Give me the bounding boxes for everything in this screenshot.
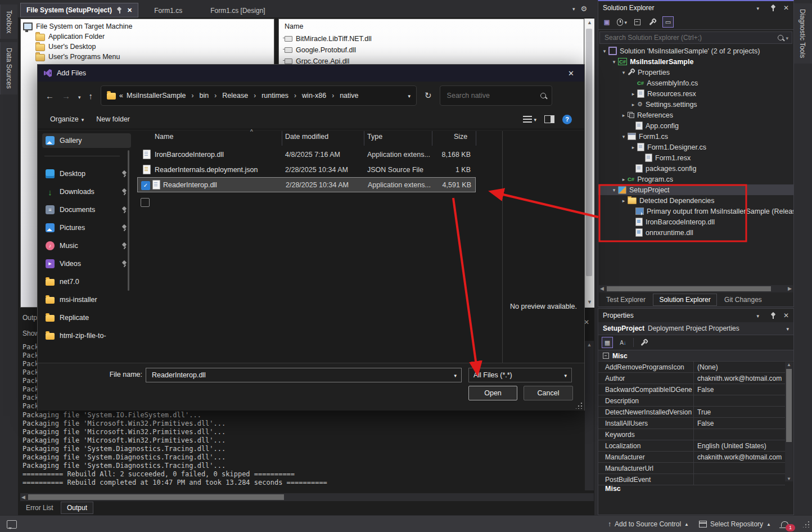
- selected-checkbox[interactable]: [141, 181, 150, 190]
- tree-node-app-config[interactable]: App.config: [598, 120, 793, 131]
- property-row[interactable]: LocalizationEnglish (United States): [598, 440, 785, 452]
- close-icon[interactable]: [783, 312, 789, 319]
- expander-icon[interactable]: [620, 198, 628, 204]
- breadcrumb-segment[interactable]: win-x86: [302, 92, 326, 100]
- file-row-ironbarcodeinterop[interactable]: IronBarcodeInterop.dll 4/8/2025 7:16 AM …: [137, 147, 476, 162]
- scrollbar-thumb[interactable]: [586, 29, 592, 276]
- properties-icon[interactable]: [647, 17, 657, 27]
- tree-node-detected-dependencies[interactable]: Detected Dependencies: [598, 195, 793, 206]
- column-divider[interactable]: [282, 131, 282, 146]
- tab-error-list[interactable]: Error List: [20, 502, 59, 513]
- tree-node-form1-designer[interactable]: Form1.Designer.cs: [598, 142, 793, 152]
- tab-test-explorer[interactable]: Test Explorer: [601, 294, 651, 305]
- expander-icon[interactable]: [610, 187, 618, 193]
- tree-node-project-msinstallersample[interactable]: C#MsiInstallerSample: [598, 56, 793, 67]
- column-header-date-modified[interactable]: Date modified: [285, 133, 328, 141]
- breadcrumb-segment[interactable]: native: [340, 92, 358, 100]
- refresh-icon[interactable]: [425, 91, 432, 101]
- breadcrumb-segment[interactable]: MsiInstallerSample: [127, 92, 186, 100]
- column-divider[interactable]: [364, 131, 364, 146]
- new-folder-button[interactable]: New folder: [96, 115, 130, 123]
- expander-icon[interactable]: [620, 112, 628, 118]
- property-row[interactable]: PostBuildEvent: [598, 474, 785, 485]
- feedback-icon[interactable]: [7, 520, 17, 529]
- diagnostic-tools-vertical-tab[interactable]: Diagnostic Tools: [794, 3, 811, 64]
- close-icon[interactable]: [783, 4, 789, 12]
- scroll-up-icon[interactable]: ▲: [585, 341, 594, 349]
- switch-views-icon[interactable]: ▣: [602, 17, 612, 27]
- tab-form1-cs[interactable]: Form1.cs: [148, 4, 188, 17]
- categorized-view-icon[interactable]: ▦: [602, 337, 613, 348]
- scroll-left-icon[interactable]: ◀: [600, 285, 604, 292]
- dialog-title-bar[interactable]: Add Files: [38, 65, 584, 82]
- tab-list-chevron-icon[interactable]: [572, 4, 575, 13]
- solution-explorer-title-bar[interactable]: Solution Explorer: [598, 1, 793, 15]
- preview-pane-toggle-icon[interactable]: [544, 115, 554, 123]
- search-options-chevron-icon[interactable]: [786, 34, 788, 42]
- sidebar-item-msi-installer[interactable]: msi-installer: [46, 294, 128, 306]
- node-users-desktop[interactable]: User's Desktop: [23, 42, 274, 52]
- expander-icon[interactable]: [620, 70, 628, 75]
- file-name-input[interactable]: [151, 371, 454, 380]
- column-divider[interactable]: [432, 131, 432, 146]
- tree-node-onnxruntime[interactable]: onnxruntime.dll: [598, 227, 793, 238]
- list-item[interactable]: Google.Protobuf.dll: [285, 45, 584, 55]
- sidebar-item-replicate[interactable]: Replicate: [46, 312, 128, 324]
- property-row[interactable]: BackwardCompatibleIDGeneFalse: [598, 384, 785, 395]
- select-all-checkbox[interactable]: [141, 198, 150, 207]
- file-name-combobox[interactable]: [146, 368, 462, 382]
- notifications-button[interactable]: 1: [781, 521, 788, 527]
- search-input[interactable]: [603, 33, 778, 42]
- open-button[interactable]: Open: [468, 386, 517, 400]
- expander-icon[interactable]: [629, 102, 637, 107]
- up-one-level-icon[interactable]: [89, 91, 93, 101]
- tab-output[interactable]: Output: [61, 502, 93, 514]
- output-horizontal-scrollbar[interactable]: ◀: [20, 493, 594, 501]
- select-repository-button[interactable]: Select Repository ▲: [699, 520, 771, 528]
- scroll-up-icon[interactable]: ▲: [785, 362, 793, 367]
- dialog-close-icon[interactable]: [563, 69, 579, 78]
- close-icon[interactable]: [127, 7, 132, 14]
- column-header-type[interactable]: Type: [367, 133, 382, 141]
- expander-icon[interactable]: [610, 59, 618, 65]
- sidebar-item-videos[interactable]: Videos: [46, 258, 128, 270]
- property-row[interactable]: Keywords: [598, 429, 785, 440]
- file-row-readerinternals-json[interactable]: ReaderInternals.deployment.json 2/28/202…: [137, 162, 476, 177]
- sidebar-item-documents[interactable]: ≡Documents: [46, 204, 128, 216]
- tree-node-resources-resx[interactable]: Resources.resx: [598, 88, 793, 99]
- column-header-name[interactable]: Name: [155, 133, 173, 141]
- tree-node-program-cs[interactable]: C#Program.cs: [598, 174, 793, 184]
- property-row[interactable]: ManufacturerUrl: [598, 463, 785, 474]
- preview-pane-divider[interactable]: [502, 131, 503, 363]
- organize-button[interactable]: Organize: [50, 115, 84, 123]
- resize-grip[interactable]: [803, 521, 810, 528]
- sidebar-item-pictures[interactable]: Pictures: [46, 222, 128, 234]
- sidebar-item-music[interactable]: Music: [46, 240, 128, 252]
- sidebar-item-desktop[interactable]: Desktop: [46, 168, 128, 180]
- tree-node-packages-config[interactable]: packages.config: [598, 163, 793, 174]
- property-pages-icon[interactable]: [639, 337, 649, 348]
- breadcrumb-segment[interactable]: bin: [200, 92, 209, 100]
- solution-explorer-horizontal-scrollbar[interactable]: ◀ ▶: [599, 285, 793, 292]
- toolbox-vertical-tab[interactable]: Toolbox: [0, 4, 17, 39]
- node-application-folder[interactable]: Application Folder: [23, 31, 274, 42]
- gear-icon[interactable]: ⚙: [581, 4, 588, 13]
- scrollbar-thumb[interactable]: [607, 286, 771, 291]
- tree-node-solution[interactable]: Solution 'MsiInstallerSample' (2 of 2 pr…: [598, 46, 793, 56]
- address-dropdown-chevron-icon[interactable]: [408, 92, 411, 100]
- scroll-up-icon[interactable]: ▲: [585, 19, 594, 27]
- expander-icon[interactable]: [620, 177, 628, 182]
- address-bar[interactable]: « MsiInstallerSample› bin› Release› runt…: [101, 85, 417, 106]
- file-row-readerinterop-selected[interactable]: ReaderInterop.dll 2/28/2025 10:34 AM App…: [137, 177, 476, 192]
- tree-node-references[interactable]: References: [598, 110, 793, 120]
- scroll-right-icon[interactable]: ▶: [788, 285, 792, 292]
- properties-object-selector[interactable]: SetupProject Deployment Project Properti…: [598, 322, 793, 335]
- sidebar-item-html-zip[interactable]: html-zip-file-to-: [46, 330, 128, 342]
- tree-node-setupproject[interactable]: SetupProject: [598, 184, 793, 195]
- recent-locations-chevron-icon[interactable]: [78, 91, 81, 101]
- tree-node-properties[interactable]: Properties: [598, 67, 793, 78]
- output-log[interactable]: Packaging file 'System.IO.FileSystem.dll…: [22, 411, 327, 487]
- property-row[interactable]: InstallAllUsersFalse: [598, 418, 785, 429]
- scrollbar-thumb[interactable]: [786, 369, 792, 442]
- expander-icon[interactable]: [629, 145, 637, 150]
